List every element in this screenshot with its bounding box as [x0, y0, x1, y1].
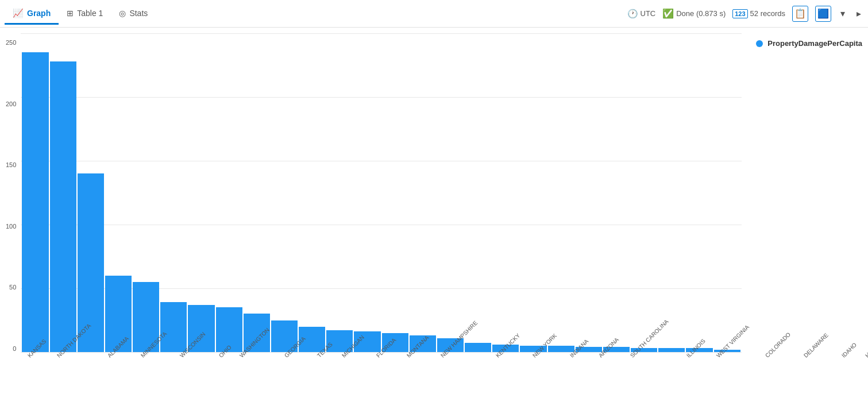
chevron-right-icon[interactable]: ▸	[854, 7, 863, 20]
chevron-down-icon[interactable]: ▾	[838, 7, 847, 20]
bar	[548, 346, 574, 352]
y-axis-label: 250	[6, 39, 16, 46]
bar-wrapper[interactable]	[548, 33, 574, 352]
x-label-wrapper: ILLINOIS	[681, 354, 709, 361]
toolbar: 📈 Graph ⊞ Table 1 ◎ Stats 🕐 UTC ✅ Done (…	[0, 0, 868, 28]
table-icon: ⊞	[67, 9, 74, 18]
x-label-wrapper: NORTH DAKOTA	[51, 354, 101, 361]
bar-wrapper[interactable]	[714, 33, 740, 352]
bar-wrapper[interactable]	[326, 33, 353, 352]
x-label-wrapper: FLORIDA	[371, 354, 400, 361]
x-axis-label: DELAWARE	[803, 332, 830, 359]
done-check-icon: ✅	[662, 8, 674, 19]
legend-label: PropertyDamagePerCapita	[767, 39, 862, 48]
records-item: 123 52 records	[732, 9, 785, 18]
bar-wrapper[interactable]	[354, 33, 380, 352]
utc-item: 🕐 UTC	[627, 9, 656, 19]
bar-wrapper[interactable]	[465, 33, 491, 352]
tab-graph[interactable]: 📈 Graph	[5, 3, 59, 25]
bar-wrapper[interactable]	[382, 33, 408, 352]
graph-icon: 📈	[13, 8, 24, 18]
x-label-wrapper: GEORGIA	[279, 354, 310, 361]
x-axis-label: HAWAII	[864, 340, 868, 358]
bar-wrapper[interactable]	[216, 33, 242, 352]
x-label-wrapper: IDAHO	[836, 354, 859, 361]
utc-label: UTC	[641, 9, 656, 18]
records-count-icon: 123	[732, 9, 747, 18]
x-axis-label: IDAHO	[840, 342, 858, 359]
y-axis-label: 50	[6, 284, 16, 291]
bar	[658, 348, 685, 352]
bar-wrapper[interactable]	[78, 33, 104, 352]
x-label-wrapper: MONTANA	[401, 354, 434, 361]
bar-wrapper[interactable]	[299, 33, 325, 352]
x-label-wrapper: KENTUCKY	[490, 354, 526, 361]
stats-icon: ◎	[119, 9, 126, 18]
bar	[50, 61, 76, 352]
legend: PropertyDamagePerCapita	[756, 39, 862, 48]
x-label-wrapper: MICHIGAN	[336, 354, 369, 361]
bar-wrapper[interactable]	[576, 33, 602, 352]
bar-wrapper[interactable]	[603, 33, 630, 352]
bar-wrapper[interactable]	[520, 33, 546, 352]
records-label: 52 records	[750, 9, 785, 18]
x-label-wrapper: ARIZONA	[593, 354, 623, 361]
bar-wrapper[interactable]	[686, 33, 712, 352]
bar-wrapper[interactable]	[22, 33, 48, 352]
legend-dot	[756, 40, 763, 47]
tab-graph-label: Graph	[27, 9, 51, 18]
bar-wrapper[interactable]	[658, 33, 685, 352]
x-label-wrapper: NEW HAMPSHIRE	[435, 354, 489, 361]
bar-wrapper[interactable]	[244, 33, 270, 352]
y-axis-label: 150	[6, 161, 16, 168]
bar-wrapper[interactable]	[50, 33, 76, 352]
x-label-wrapper: ALABAMA	[102, 354, 133, 361]
bar-wrapper[interactable]	[133, 33, 159, 352]
clock-icon: 🕐	[627, 9, 638, 19]
x-labels: KANSASNORTH DAKOTAALABAMAMINNESOTAWISCON…	[21, 352, 742, 398]
bar-wrapper[interactable]	[188, 33, 214, 352]
y-axis: 250200150100500	[0, 33, 21, 398]
bar-wrapper[interactable]	[437, 33, 464, 352]
done-item: ✅ Done (0.873 s)	[662, 8, 726, 19]
bar-wrapper[interactable]	[160, 33, 187, 352]
x-label-wrapper: HAWAII	[859, 354, 868, 361]
toolbar-right: 🕐 UTC ✅ Done (0.873 s) 123 52 records 📋 …	[627, 6, 864, 22]
tab-stats[interactable]: ◎ Stats	[111, 4, 156, 24]
bars-container	[21, 33, 742, 352]
x-label-wrapper: OHIO	[213, 354, 233, 361]
chart-area: 250200150100500 KANSASNORTH DAKOTAALABAM…	[0, 28, 868, 398]
x-label-wrapper: MINNESOTA	[135, 354, 173, 361]
tab-table1-label: Table 1	[77, 9, 103, 18]
display-button[interactable]: 🟦	[815, 6, 831, 22]
x-label-wrapper: TEXAS	[311, 354, 335, 361]
bar	[465, 343, 491, 352]
x-label-wrapper: KANSAS	[22, 354, 50, 361]
x-label-wrapper: COLORADO	[759, 354, 797, 361]
x-label-wrapper: WISCONSIN	[174, 354, 212, 361]
tab-table1[interactable]: ⊞ Table 1	[59, 4, 111, 24]
x-label-wrapper: INDIANA	[564, 354, 592, 361]
y-axis-label: 200	[6, 101, 16, 107]
y-axis-label: 0	[6, 345, 16, 352]
done-label: Done (0.873 s)	[676, 9, 726, 18]
x-label-wrapper: SOUTH CAROLINA	[624, 354, 680, 361]
bar	[160, 302, 187, 352]
tab-stats-label: Stats	[129, 9, 148, 18]
bar-wrapper[interactable]	[492, 33, 519, 352]
bar	[22, 52, 48, 352]
bar-wrapper[interactable]	[271, 33, 298, 352]
chart-inner: KANSASNORTH DAKOTAALABAMAMINNESOTAWISCON…	[21, 33, 868, 398]
x-axis-label: COLORADO	[764, 331, 792, 359]
clipboard-button[interactable]: 📋	[792, 6, 808, 22]
y-axis-label: 100	[6, 223, 16, 230]
x-label-wrapper: DELAWARE	[798, 354, 834, 361]
bar-wrapper[interactable]	[631, 33, 657, 352]
bar-wrapper[interactable]	[105, 33, 132, 352]
x-label-wrapper: WEST VIRGINIA	[711, 354, 758, 361]
x-label-wrapper: WASHINGTON	[234, 354, 277, 361]
x-label-wrapper: NEW YORK	[527, 354, 562, 361]
bar-wrapper[interactable]	[410, 33, 436, 352]
